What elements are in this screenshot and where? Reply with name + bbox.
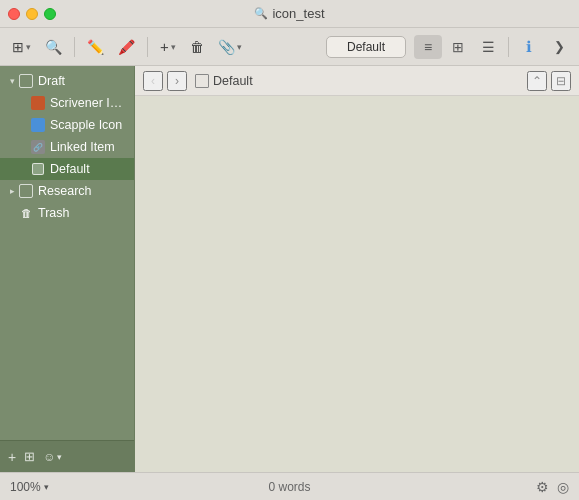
toolbar-sep-3 — [508, 37, 509, 57]
edit-button[interactable]: ✏️ — [81, 35, 110, 59]
expand-icon: ▾ — [6, 75, 18, 87]
nav-back-button[interactable]: ‹ — [143, 71, 163, 91]
default-view-button[interactable]: Default — [326, 36, 406, 58]
add-caret-icon: ▾ — [171, 42, 176, 52]
expand-placeholder — [18, 141, 30, 153]
edit-icon: ✏️ — [87, 39, 104, 55]
script-view-icon: ≡ — [424, 39, 432, 55]
linked-icon: 🔗 — [30, 139, 46, 155]
add-button[interactable]: + ▾ — [154, 34, 182, 59]
status-right: ⚙ ◎ — [536, 479, 569, 495]
info-button[interactable]: ℹ — [515, 35, 543, 59]
grid-view-icon: ⊞ — [452, 39, 464, 55]
delete-button[interactable]: 🗑 — [184, 35, 210, 59]
add-item-button[interactable]: + — [8, 449, 16, 465]
doc-header-right: ⌃ ⊟ — [527, 71, 571, 91]
script-view-button[interactable]: ≡ — [414, 35, 442, 59]
sidebar-item-scapple[interactable]: Scapple Icon — [0, 114, 134, 136]
link-button[interactable]: 📎 ▾ — [212, 35, 248, 59]
split-button[interactable]: ⊟ — [551, 71, 571, 91]
outline-view-button[interactable]: ☰ — [474, 35, 502, 59]
main-area: ▾ Draft Scrivener Icon Scap — [0, 66, 579, 472]
collapse-button[interactable]: ⌃ — [527, 71, 547, 91]
expand-placeholder — [18, 163, 30, 175]
expand-icon: ▸ — [6, 185, 18, 197]
grid-view-button[interactable]: ⊞ — [444, 35, 472, 59]
sidebar-item-default[interactable]: Default — [0, 158, 134, 180]
binder-icon: ⊞ — [12, 39, 24, 55]
scrivener-icon — [30, 95, 46, 111]
traffic-lights — [8, 8, 56, 20]
link-caret-icon: ▾ — [237, 42, 242, 52]
info-icon: ℹ — [526, 38, 532, 56]
document-title-icon — [195, 74, 209, 88]
sidebar-item-label: Scrivener Icon — [50, 96, 128, 110]
zoom-control[interactable]: 100% ▾ — [10, 480, 49, 494]
format-icon: 🖍️ — [118, 39, 135, 55]
minimize-button[interactable] — [26, 8, 38, 20]
document-area: ‹ › Default ⌃ ⊟ — [135, 66, 579, 472]
zoom-caret-icon: ▾ — [44, 482, 49, 492]
settings-icon[interactable]: ⚙ — [536, 479, 549, 495]
scapple-icon — [30, 117, 46, 133]
link-icon: 📎 — [218, 39, 235, 55]
window-title: 🔍 icon_test — [254, 6, 324, 21]
add-icon: + — [160, 38, 169, 55]
sidebar-item-draft[interactable]: ▾ Draft — [0, 70, 134, 92]
title-icon: 🔍 — [254, 7, 268, 20]
sidebar-item-scrivener[interactable]: Scrivener Icon — [0, 92, 134, 114]
binder-button[interactable]: ⊞ ▾ — [6, 35, 37, 59]
maximize-button[interactable] — [44, 8, 56, 20]
options-button[interactable]: ☺▾ — [43, 450, 62, 464]
document-header: ‹ › Default ⌃ ⊟ — [135, 66, 579, 96]
close-button[interactable] — [8, 8, 20, 20]
sidebar-item-label: Linked Item — [50, 140, 128, 154]
sidebar-item-label: Default — [50, 162, 128, 176]
trash-icon: 🗑 — [190, 39, 204, 55]
sidebar: ▾ Draft Scrivener Icon Scap — [0, 66, 135, 472]
sidebar-bottom: + ⊞ ☺▾ — [0, 440, 134, 472]
binder-caret-icon: ▾ — [26, 42, 31, 52]
target-icon[interactable]: ◎ — [557, 479, 569, 495]
forward-button[interactable]: ❯ — [545, 35, 573, 59]
trash-folder-icon: 🗑 — [18, 205, 34, 221]
search-button[interactable]: 🔍 — [39, 35, 68, 59]
default-checkbox-icon — [30, 161, 46, 177]
status-bar: 100% ▾ 0 words ⚙ ◎ — [0, 472, 579, 500]
sidebar-item-linked[interactable]: 🔗 Linked Item — [0, 136, 134, 158]
nav-forward-button[interactable]: › — [167, 71, 187, 91]
sidebar-item-label: Trash — [38, 206, 128, 220]
title-bar: 🔍 icon_test — [0, 0, 579, 28]
expand-placeholder — [18, 97, 30, 109]
word-count: 0 words — [268, 480, 310, 494]
sidebar-item-label: Draft — [38, 74, 128, 88]
document-title: Default — [195, 74, 253, 88]
document-content — [135, 96, 579, 472]
expand-placeholder — [6, 207, 18, 219]
view-buttons: ≡ ⊞ ☰ — [414, 35, 502, 59]
draft-folder-icon — [18, 73, 34, 89]
format-button[interactable]: 🖍️ — [112, 35, 141, 59]
sidebar-content: ▾ Draft Scrivener Icon Scap — [0, 66, 134, 440]
sidebar-item-trash[interactable]: 🗑 Trash — [0, 202, 134, 224]
toolbar-sep-2 — [147, 37, 148, 57]
research-folder-icon — [18, 183, 34, 199]
add-folder-button[interactable]: ⊞ — [24, 449, 35, 464]
sidebar-item-label: Research — [38, 184, 128, 198]
expand-placeholder — [18, 119, 30, 131]
sidebar-item-research[interactable]: ▸ Research — [0, 180, 134, 202]
search-icon: 🔍 — [45, 39, 62, 55]
toolbar-sep-1 — [74, 37, 75, 57]
toolbar: ⊞ ▾ 🔍 ✏️ 🖍️ + ▾ 🗑 📎 ▾ Default ≡ ⊞ ☰ — [0, 28, 579, 66]
sidebar-item-label: Scapple Icon — [50, 118, 128, 132]
forward-icon: ❯ — [554, 39, 565, 54]
outline-view-icon: ☰ — [482, 39, 495, 55]
